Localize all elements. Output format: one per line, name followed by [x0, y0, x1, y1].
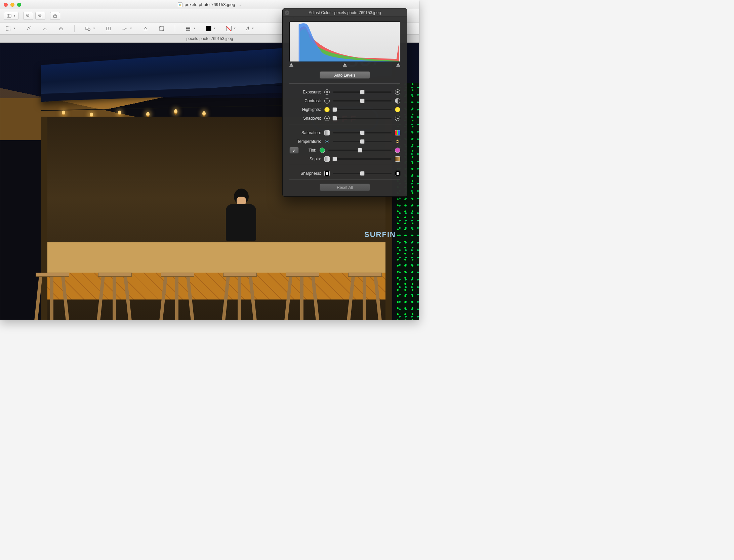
eyedropper-button[interactable]: [289, 147, 299, 154]
soft-icon: [324, 171, 330, 176]
reset-all-button[interactable]: Reset All: [320, 184, 370, 191]
sharpness-label: Sharpness:: [289, 171, 321, 176]
document-icon: [178, 2, 182, 7]
minimize-window-button[interactable]: [10, 3, 14, 7]
chevron-down-icon: ▼: [13, 14, 16, 17]
close-window-button[interactable]: [4, 3, 8, 7]
window-title: pexels-photo-769153.jpeg ⌄: [0, 2, 419, 7]
share-button[interactable]: [50, 12, 60, 20]
svg-point-13: [30, 27, 31, 27]
histogram: [289, 22, 400, 62]
highlights-label: Highlights:: [289, 107, 321, 112]
adjust-color-titlebar[interactable]: ✕ Adjust Color - pexels-photo-769153.jpe…: [283, 9, 407, 17]
traffic-lights: [4, 3, 21, 7]
line-weight-tool[interactable]: ▼: [185, 26, 196, 32]
mid-point-handle[interactable]: [343, 63, 347, 67]
font-style-tool[interactable]: A▼: [246, 26, 254, 32]
sepia-slider[interactable]: [333, 158, 392, 160]
window-title-text: pexels-photo-769153.jpeg: [185, 2, 235, 7]
tint-row: Tint:: [289, 146, 400, 155]
contrast-label: Contrast:: [289, 98, 321, 103]
sidebar-toggle-button[interactable]: ▼: [4, 12, 18, 20]
cool-temp-icon: ✲: [324, 139, 330, 144]
highlights-low-icon: [324, 107, 330, 112]
svg-marker-19: [144, 27, 148, 30]
shadows-slider[interactable]: [333, 118, 392, 119]
instant-alpha-tool[interactable]: [26, 26, 32, 32]
sharpness-row: Sharpness:: [289, 169, 400, 178]
contrast-slider[interactable]: [333, 100, 392, 102]
saturation-slider[interactable]: [333, 132, 392, 133]
close-panel-button[interactable]: ✕: [285, 10, 289, 15]
nofill-swatch-icon: [226, 26, 232, 31]
auto-levels-button[interactable]: Auto Levels: [320, 71, 370, 79]
contrast-row: Contrast:: [289, 96, 400, 105]
sepia-off-icon: [324, 156, 330, 162]
exposure-slider[interactable]: [333, 91, 392, 93]
warm-temp-icon: ✲: [395, 139, 400, 144]
exposure-row: Exposure: ✱ ✺: [289, 88, 400, 96]
preview-window: pexels-photo-769153.jpeg ⌄ ▼: [0, 0, 419, 320]
highlights-slider[interactable]: [333, 109, 392, 110]
sepia-on-icon: [395, 156, 400, 162]
saturation-row: Saturation:: [289, 128, 400, 137]
black-swatch-icon: [206, 26, 211, 31]
aperture-closed-icon: ✱: [324, 89, 330, 95]
exposure-label: Exposure:: [289, 90, 321, 94]
svg-rect-21: [160, 27, 164, 31]
sharp-icon: [395, 171, 400, 176]
tint-magenta-icon: [395, 148, 400, 153]
svg-line-6: [41, 16, 42, 17]
saturated-icon: [395, 130, 400, 135]
title-disclosure-icon[interactable]: ⌄: [239, 2, 242, 7]
text-tool[interactable]: [106, 26, 112, 32]
sepia-row: Sepia:: [289, 155, 400, 163]
black-point-handle[interactable]: [289, 63, 293, 67]
shadows-high-icon: [395, 116, 400, 121]
selection-tool[interactable]: ▼: [5, 26, 16, 32]
fill-color-tool[interactable]: ▼: [226, 26, 236, 31]
highlights-row: Highlights:: [289, 105, 400, 114]
temperature-row: Temperature: ✲ ✲: [289, 137, 400, 146]
high-contrast-icon: [395, 98, 400, 104]
sketch-tool[interactable]: [58, 26, 64, 32]
svg-line-3: [29, 16, 30, 17]
shadows-row: Shadows:: [289, 114, 400, 123]
zoom-in-button[interactable]: [35, 12, 45, 20]
svg-rect-0: [7, 14, 11, 17]
tint-green-icon: [320, 148, 325, 153]
draw-tool[interactable]: [42, 26, 48, 32]
tint-label: Tint:: [301, 148, 316, 153]
stroke-color-tool[interactable]: ▼: [206, 26, 216, 31]
white-point-handle[interactable]: [396, 63, 400, 67]
highlights-high-icon: [395, 107, 400, 112]
adjust-color-panel[interactable]: ✕ Adjust Color - pexels-photo-769153.jpe…: [282, 8, 407, 197]
sepia-label: Sepia:: [289, 157, 321, 161]
sign-tool[interactable]: ▼: [122, 26, 132, 32]
aperture-open-icon: ✺: [395, 89, 400, 95]
sharpness-slider[interactable]: [333, 173, 392, 174]
tint-slider[interactable]: [328, 150, 392, 151]
adjust-color-tool[interactable]: [142, 26, 149, 32]
shapes-tool[interactable]: ▼: [85, 26, 95, 32]
svg-rect-11: [6, 27, 10, 31]
zoom-window-button[interactable]: [17, 3, 21, 7]
low-contrast-icon: [324, 98, 330, 104]
document-tab-label: pexels-photo-769153.jpeg: [187, 36, 233, 41]
shadows-label: Shadows:: [289, 116, 321, 121]
levels-ticks: [289, 63, 400, 67]
zoom-out-button[interactable]: [23, 12, 33, 20]
shadows-low-icon: [324, 116, 330, 121]
window-titlebar: pexels-photo-769153.jpeg ⌄: [0, 0, 419, 9]
adjust-color-title: Adjust Color - pexels-photo-769153.jpeg: [309, 10, 381, 15]
desaturated-icon: [324, 130, 330, 135]
temperature-slider[interactable]: [333, 141, 392, 142]
svg-point-12: [30, 27, 30, 28]
temperature-label: Temperature:: [289, 139, 321, 144]
saturation-label: Saturation:: [289, 130, 321, 135]
adjust-size-tool[interactable]: [159, 26, 165, 32]
